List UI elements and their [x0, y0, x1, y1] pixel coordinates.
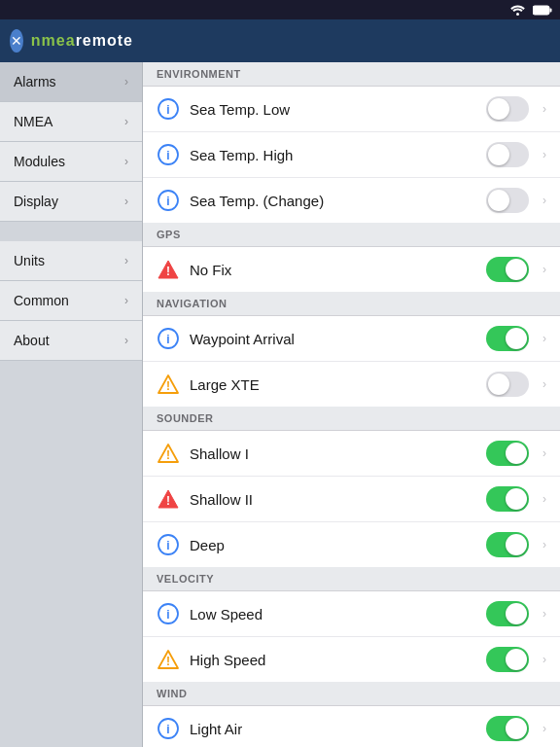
info-icon: i [158, 98, 179, 120]
sidebar-label: About [14, 333, 50, 348]
warning-icon: ! [158, 649, 179, 670]
svg-text:i: i [166, 723, 169, 736]
info-icon: i [158, 603, 179, 624]
info-icon: i [158, 190, 179, 211]
info-icon: i [158, 534, 179, 555]
alarm-row-high-speed[interactable]: ! High Speed› [143, 637, 560, 682]
chevron-right-icon: › [124, 155, 128, 168]
toggle-shallow-i[interactable] [486, 441, 529, 466]
info-icon-sea-temp-low: i [157, 97, 180, 121]
alarm-label-large-xte: Large XTE [190, 376, 476, 393]
section-group-velocity: i Low Speed› ! High Speed› [143, 591, 560, 682]
alarm-row-no-fix[interactable]: ! No Fix› [143, 247, 560, 292]
svg-text:!: ! [166, 655, 170, 668]
toggle-deep[interactable] [486, 532, 529, 557]
alarm-row-sea-temp-change[interactable]: i Sea Temp. (Change)› [143, 178, 560, 223]
section-header-environment: ENVIRONMENT [143, 62, 560, 87]
alarm-row-light-air[interactable]: i Light Air› [143, 706, 560, 747]
toggle-high-speed[interactable] [486, 647, 529, 672]
alarm-label-shallow-i: Shallow I [190, 445, 476, 462]
sidebar-item-modules[interactable]: Modules› [0, 142, 142, 182]
warning-icon-large-xte: ! [157, 373, 180, 396]
sidebar-item-about[interactable]: About› [0, 321, 142, 361]
section-header-velocity: VELOCITY [143, 567, 560, 591]
info-icon-sea-temp-high: i [157, 143, 180, 166]
svg-point-0 [516, 13, 519, 16]
section-header-navigation: NAVIGATION [143, 292, 560, 316]
chevron-right-icon: › [124, 195, 128, 208]
svg-text:!: ! [166, 265, 170, 278]
sidebar-item-display[interactable]: Display› [0, 182, 142, 222]
svg-text:!: ! [166, 448, 170, 462]
status-right [510, 5, 552, 16]
info-icon: i [158, 144, 179, 165]
section-header-wind: WIND [143, 682, 560, 706]
danger-icon: ! [158, 488, 179, 510]
row-chevron-low-speed: › [542, 607, 546, 621]
content-area: ENVIRONMENT i Sea Temp. Low› i Sea Temp.… [143, 62, 560, 747]
info-icon-deep: i [157, 533, 180, 556]
chevron-right-icon: › [124, 75, 128, 89]
sidebar-label: Modules [14, 154, 65, 169]
section-header-gps: GPS [143, 223, 560, 247]
row-chevron-sea-temp-high: › [542, 148, 546, 161]
alarm-row-shallow-i[interactable]: ! Shallow I› [143, 431, 560, 477]
logo-prefix: nmea [31, 32, 76, 49]
svg-rect-1 [533, 6, 549, 15]
alarm-row-waypoint-arrival[interactable]: i Waypoint Arrival› [143, 316, 560, 362]
sidebar: Alarms›NMEA›Modules›Display›Units›Common… [0, 62, 143, 747]
sidebar-item-alarms[interactable]: Alarms› [0, 62, 142, 102]
toggle-low-speed[interactable] [486, 601, 529, 626]
alarm-label-low-speed: Low Speed [190, 606, 476, 622]
app-logo: nmearemote [31, 32, 133, 50]
alarm-row-large-xte[interactable]: ! Large XTE› [143, 362, 560, 407]
row-chevron-waypoint-arrival: › [542, 332, 546, 345]
toggle-sea-temp-high[interactable] [486, 142, 529, 167]
toggle-large-xte[interactable] [486, 372, 529, 397]
alarm-row-sea-temp-low[interactable]: i Sea Temp. Low› [143, 87, 560, 132]
svg-text:i: i [166, 333, 169, 346]
warning-icon-shallow-i: ! [157, 442, 180, 465]
sidebar-item-nmea[interactable]: NMEA› [0, 102, 142, 142]
alarm-label-light-air: Light Air [190, 721, 476, 737]
toggle-sea-temp-low[interactable] [486, 96, 529, 122]
alarm-label-sea-temp-high: Sea Temp. High [190, 147, 476, 163]
sidebar-spacer [0, 222, 142, 241]
info-icon: i [158, 718, 179, 739]
alarm-label-shallow-ii: Shallow II [190, 491, 476, 508]
svg-text:i: i [166, 539, 169, 552]
toggle-waypoint-arrival[interactable] [486, 326, 529, 351]
danger-icon-no-fix: ! [157, 258, 180, 281]
svg-text:i: i [166, 195, 169, 208]
sidebar-item-common[interactable]: Common› [0, 281, 142, 321]
alarm-row-deep[interactable]: i Deep› [143, 522, 560, 567]
alarm-row-low-speed[interactable]: i Low Speed› [143, 591, 560, 637]
battery-icon [533, 5, 552, 16]
row-chevron-shallow-ii: › [542, 492, 546, 506]
toggle-shallow-ii[interactable] [486, 486, 529, 512]
row-chevron-no-fix: › [542, 263, 546, 276]
sidebar-item-units[interactable]: Units› [0, 241, 142, 281]
row-chevron-sea-temp-change: › [542, 194, 546, 207]
chevron-right-icon: › [124, 334, 128, 347]
toggle-light-air[interactable] [486, 716, 529, 741]
alarm-row-shallow-ii[interactable]: ! Shallow II› [143, 477, 560, 522]
svg-text:!: ! [166, 494, 170, 508]
sidebar-label: Alarms [14, 74, 56, 89]
row-chevron-sea-temp-low: › [542, 102, 546, 116]
logo-suffix: remote [76, 32, 133, 49]
sidebar-label: Units [14, 253, 45, 268]
section-group-gps: ! No Fix› [143, 247, 560, 292]
alarm-label-no-fix: No Fix [190, 262, 476, 278]
info-icon-waypoint-arrival: i [157, 327, 180, 350]
row-chevron-high-speed: › [542, 653, 546, 666]
section-group-navigation: i Waypoint Arrival› ! Large XTE› [143, 316, 560, 407]
svg-text:i: i [166, 103, 169, 117]
alarm-label-sea-temp-low: Sea Temp. Low [190, 101, 476, 118]
main-layout: Alarms›NMEA›Modules›Display›Units›Common… [0, 62, 560, 747]
wifi-icon [510, 5, 525, 16]
alarm-row-sea-temp-high[interactable]: i Sea Temp. High› [143, 132, 560, 178]
toggle-no-fix[interactable] [486, 257, 529, 282]
toggle-sea-temp-change[interactable] [486, 188, 529, 213]
back-button[interactable]: ✕ [10, 29, 23, 53]
